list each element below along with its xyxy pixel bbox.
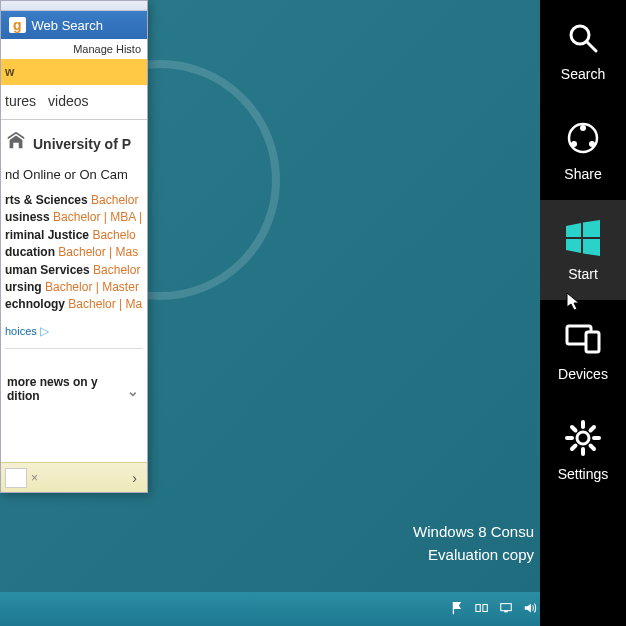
program-row: echnology Bachelor | Ma bbox=[5, 296, 143, 313]
svg-line-21 bbox=[572, 427, 576, 431]
charm-settings[interactable]: Settings bbox=[540, 400, 626, 500]
svg-marker-12 bbox=[566, 239, 581, 253]
svg-rect-3 bbox=[504, 610, 508, 612]
charm-start[interactable]: Start bbox=[540, 200, 626, 300]
svg-rect-15 bbox=[586, 332, 599, 352]
devices-icon bbox=[563, 318, 603, 358]
news-promo[interactable]: x bbox=[5, 348, 143, 371]
svg-marker-13 bbox=[583, 239, 600, 256]
svg-rect-2 bbox=[501, 603, 512, 610]
yellow-bar: w bbox=[1, 59, 147, 85]
web-search-label: Web Search bbox=[32, 18, 103, 33]
online-campus-text: nd Online or On Cam bbox=[1, 161, 147, 188]
nav-tabs: tures videos bbox=[1, 85, 147, 120]
svg-rect-0 bbox=[476, 604, 480, 611]
network-icon[interactable] bbox=[499, 601, 513, 618]
windows-watermark: Windows 8 Consu Evaluation copy bbox=[413, 521, 534, 566]
browser-status-bar: × › bbox=[1, 462, 147, 492]
svg-line-22 bbox=[591, 446, 595, 450]
chevron-down-icon[interactable]: ⌄ bbox=[127, 383, 139, 399]
adchoices-link[interactable]: hoices ▷ bbox=[1, 318, 147, 344]
web-search-tab[interactable]: g Web Search bbox=[1, 11, 147, 39]
svg-line-23 bbox=[572, 446, 576, 450]
power-icon[interactable] bbox=[475, 601, 489, 618]
tab-tures[interactable]: tures bbox=[5, 93, 36, 109]
search-icon bbox=[563, 18, 603, 58]
browser-window: g Web Search Manage Histo w tures videos… bbox=[0, 0, 148, 493]
taskbar[interactable] bbox=[0, 592, 545, 626]
university-name: University of P bbox=[33, 136, 131, 152]
program-row: uman Services Bachelor bbox=[5, 262, 143, 279]
status-blank bbox=[5, 468, 27, 488]
svg-point-8 bbox=[571, 141, 577, 147]
start-icon bbox=[563, 218, 603, 258]
svg-line-24 bbox=[591, 427, 595, 431]
svg-marker-11 bbox=[583, 220, 600, 237]
charms-bar: Search Share Start Devices Settings bbox=[540, 0, 626, 626]
program-row: riminal Justice Bachelo bbox=[5, 227, 143, 244]
program-row: usiness Bachelor | MBA | bbox=[5, 209, 143, 226]
charm-search[interactable]: Search bbox=[540, 0, 626, 100]
program-row: ducation Bachelor | Mas bbox=[5, 244, 143, 261]
svg-rect-1 bbox=[483, 604, 487, 611]
flag-icon[interactable] bbox=[451, 601, 465, 618]
svg-point-9 bbox=[589, 141, 595, 147]
svg-line-5 bbox=[587, 42, 596, 51]
tab-videos[interactable]: videos bbox=[48, 93, 88, 109]
university-logo-icon bbox=[5, 130, 27, 157]
browser-titlebar[interactable] bbox=[1, 1, 147, 11]
adchoices-icon: ▷ bbox=[40, 324, 49, 338]
program-row: rts & Sciences Bachelor bbox=[5, 192, 143, 209]
svg-point-7 bbox=[580, 125, 586, 131]
close-icon[interactable]: × bbox=[31, 471, 38, 485]
university-ad-header[interactable]: University of P bbox=[1, 120, 147, 161]
manage-history-link[interactable]: Manage Histo bbox=[1, 39, 147, 59]
svg-point-16 bbox=[577, 432, 589, 444]
news-text: more news on y dition ⌄ bbox=[5, 375, 143, 407]
charm-share[interactable]: Share bbox=[540, 100, 626, 200]
volume-icon[interactable] bbox=[523, 601, 537, 618]
system-tray bbox=[451, 592, 537, 626]
share-icon bbox=[563, 118, 603, 158]
gear-icon bbox=[563, 418, 603, 458]
programs-list: rts & Sciences Bachelor usiness Bachelor… bbox=[1, 188, 147, 318]
charm-devices[interactable]: Devices bbox=[540, 300, 626, 400]
program-row: ursing Bachelor | Master bbox=[5, 279, 143, 296]
bing-logo-fragment: g bbox=[9, 17, 26, 33]
svg-marker-10 bbox=[566, 223, 581, 237]
chevron-right-icon[interactable]: › bbox=[132, 470, 137, 486]
